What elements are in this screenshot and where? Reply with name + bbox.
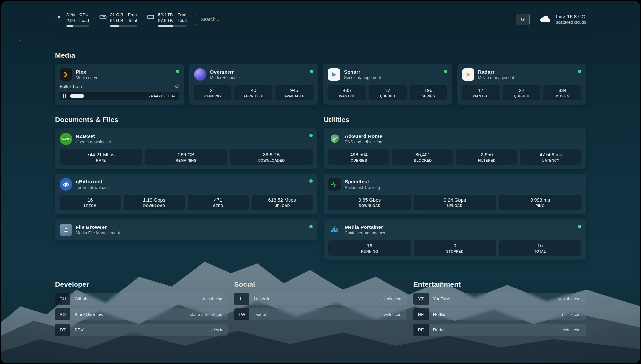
qbittorrent-card[interactable]: qb qBittorrent Torrent downloader 16 LEE… [55, 174, 317, 214]
section-title-developer: Developer [55, 280, 228, 288]
disk-total-label: Total [177, 18, 186, 24]
bookmark-name: Netflix [433, 312, 445, 317]
radarr-card[interactable]: Radarr Movie management 17 WANTED 22 QUE… [457, 64, 586, 105]
gear-icon[interactable]: ⚙ [175, 83, 179, 89]
stat-latency: 47.569 ms LATENCY [520, 149, 581, 165]
section-title-entertainment: Entertainment [413, 280, 586, 288]
disk-progress-bar [158, 25, 187, 27]
app-description: Movie management [478, 76, 514, 80]
portainer-icon [328, 224, 341, 236]
app-description: Media Requests [210, 76, 240, 80]
stat-series: 196 SERIES [410, 85, 447, 100]
app-name: Plex [76, 69, 100, 75]
search-engine-button[interactable]: G [516, 14, 529, 25]
bookmark-url: github.com [203, 297, 223, 301]
sonarr-card[interactable]: Sonarr Series management 485 WANTED 17 Q… [323, 64, 452, 105]
search-input[interactable] [196, 14, 516, 25]
cpu-label: CPU [79, 12, 89, 18]
bookmark-netflix[interactable]: NF Netflix netflix.com [413, 308, 586, 320]
bookmark-reddit[interactable]: RE Reddit reddit.com [413, 324, 586, 336]
bookmark-abbr: LI [234, 293, 249, 305]
cloud-icon [539, 14, 552, 25]
app-description: Speedtest Tracking [345, 185, 380, 190]
cpu-percent: 31% [66, 12, 75, 18]
qbittorrent-icon: qb [60, 178, 72, 191]
hard-drive-icon [147, 13, 155, 21]
app-description: Series management [344, 76, 381, 80]
bookmark-url: stackoverflow.com [190, 312, 223, 317]
stat-running: 16 RUNNING [328, 240, 411, 256]
status-dot [578, 70, 581, 73]
app-description: Media server [76, 76, 100, 80]
header-divider [55, 35, 586, 35]
bookmark-stackoverflow[interactable]: SO StackOverflow stackoverflow.com [55, 308, 228, 320]
section-documents: Documents & Files nzbget NZBGet Usenet d… [55, 116, 317, 260]
stat-queued: 22 QUEUED [503, 85, 540, 100]
overseerr-card[interactable]: Overseerr Media Requests 21 PENDING 40 A… [189, 64, 318, 105]
bookmark-name: StackOverflow [75, 312, 103, 317]
bookmark-abbr: GH [55, 293, 70, 305]
weather-location: Lviv, 16.87°C [556, 14, 586, 19]
disk-free-label: Free [177, 12, 186, 18]
player-progress-track[interactable] [70, 94, 144, 98]
stat-approved: 40 APPROVED [234, 85, 272, 100]
bookmark-dev[interactable]: DT DEV dev.to [55, 324, 228, 336]
bookmark-name: Github [75, 296, 88, 301]
stat-rate: 744.21 Mbps RATE [60, 149, 142, 165]
section-title-media: Media [55, 51, 586, 59]
app-description: Container management [345, 231, 388, 235]
stat-available: 945 AVAILABLE [275, 85, 313, 100]
status-dot [176, 70, 179, 73]
weather-widget: Lviv, 16.87°C scattered clouds [539, 14, 586, 25]
stat-movies: 834 MOVIES [543, 85, 581, 100]
plex-icon [60, 68, 72, 81]
stat-wanted: 17 WANTED [462, 85, 500, 100]
bookmark-abbr: TW [234, 308, 249, 320]
filebrowser-icon [60, 224, 72, 236]
status-dot [309, 179, 313, 183]
memory-icon [99, 13, 107, 21]
ram-widget: 21 GiB 64 GiB Free Total [99, 12, 137, 27]
radarr-icon [462, 68, 474, 81]
bookmark-youtube[interactable]: YT YouTube youtube.com [413, 293, 586, 305]
bookmark-github[interactable]: GH Github github.com [55, 293, 228, 305]
stat-wanted: 485 WANTED [328, 85, 366, 100]
stat-ping: 0.993 ms PING [499, 195, 581, 210]
stat-upload: 618.52 Mbps UPLOAD [252, 195, 313, 210]
speedtest-card[interactable]: Speedtest Speedtest Tracking 9.65 Gbps D… [324, 174, 586, 214]
nzbget-icon: nzbget [60, 133, 72, 145]
bookmark-url: linkedin.com [380, 297, 402, 301]
bookmark-url: reddit.com [563, 328, 582, 332]
section-utilities: Utilities AdGuard Home DNS and adblockin… [324, 116, 586, 260]
section-title-social: Social [234, 280, 407, 288]
status-dot [309, 225, 313, 228]
bookmark-abbr: YT [413, 293, 429, 305]
pause-icon[interactable] [63, 94, 66, 98]
plex-card[interactable]: Plex Media server Bullet Train ⚙ [55, 64, 184, 105]
dashboard-root: 31% 2.94 CPU Load [1, 1, 640, 363]
bookmark-twitter[interactable]: TW Twitter twitter.com [234, 308, 407, 320]
bookmark-name: Twitter [254, 312, 267, 317]
filebrowser-card[interactable]: File Browser Media File Management [55, 219, 317, 240]
stat-downloaded: 39.6 TB DOWNLOADED [230, 149, 313, 165]
cpu-load-label: Load [79, 18, 89, 24]
bookmark-name: DEV [75, 327, 84, 332]
nzbget-card[interactable]: nzbget NZBGet Usenet downloader 744.21 M… [55, 128, 317, 169]
app-name: Media Portainer [345, 224, 388, 230]
stat-download: 9.65 Gbps DOWNLOAD [328, 195, 411, 210]
stat-blocked: 86,401 BLOCKED [392, 149, 453, 165]
portainer-card[interactable]: Media Portainer Container management 16 … [324, 219, 586, 260]
resource-monitors: 31% 2.94 CPU Load [55, 12, 187, 27]
player-time: 24:44 / 02:06:47 [148, 94, 176, 98]
app-name: NZBGet [76, 133, 111, 139]
adguard-card[interactable]: AdGuard Home DNS and adblocking 498,564 … [324, 128, 586, 169]
section-social: Social LI LinkedIn linkedin.com TW Twitt… [234, 280, 407, 336]
bookmark-linkedin[interactable]: LI LinkedIn linkedin.com [234, 293, 407, 305]
bookmark-name: Reddit [433, 327, 446, 332]
bookmark-name: LinkedIn [254, 296, 270, 301]
app-name: qBittorrent [76, 179, 111, 185]
ram-progress-bar [110, 25, 137, 27]
ram-total-value: 64 GiB [110, 18, 123, 24]
stat-download: 1.19 Gbps DOWNLOAD [124, 195, 185, 210]
player-bar: 24:44 / 02:06:47 [60, 92, 179, 100]
